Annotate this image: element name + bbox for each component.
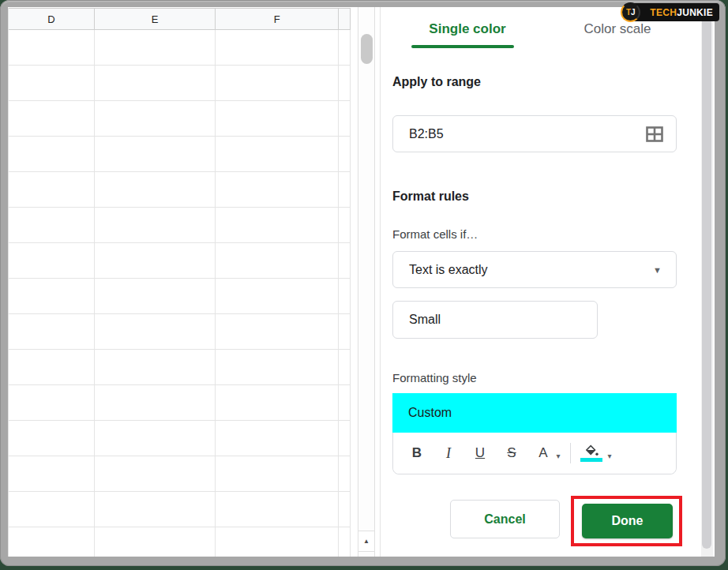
range-input[interactable] [393, 127, 646, 141]
sheet-cell[interactable] [339, 456, 351, 492]
text-color-button[interactable]: A [534, 445, 553, 461]
techjunkie-logo: TJ TECHJUNKIE [629, 3, 719, 21]
sheet-row [9, 527, 351, 557]
sheet-cell[interactable] [216, 314, 339, 350]
sheet-cell[interactable] [339, 314, 351, 350]
sheet-cell[interactable] [9, 208, 95, 243]
sheet-cell[interactable] [95, 279, 216, 314]
sheet-cell[interactable] [339, 101, 351, 137]
window-content: DEF ▲ Single color Color s [8, 7, 715, 557]
format-cells-if-label: Format cells if… [392, 227, 478, 241]
sheet-scroll-up-button[interactable]: ▲ [358, 531, 374, 552]
sheet-cell[interactable] [9, 456, 95, 492]
sheet-cell[interactable] [95, 492, 216, 527]
sheet-cell[interactable] [95, 385, 216, 421]
done-button[interactable]: Done [582, 504, 673, 538]
sheet-cell[interactable] [339, 385, 351, 421]
sheet-cell[interactable] [216, 208, 339, 243]
sheet-cell[interactable] [339, 243, 351, 279]
cancel-button[interactable]: Cancel [450, 500, 560, 538]
sheet-cell[interactable] [216, 456, 339, 492]
condition-value-input[interactable] [393, 313, 597, 327]
condition-dropdown[interactable]: Text is exactly ▼ [392, 251, 677, 288]
sheet-grid[interactable]: DEF [8, 8, 351, 557]
sheet-cell[interactable] [339, 421, 351, 456]
sheet-cell[interactable] [9, 30, 95, 66]
sheet-cell[interactable] [9, 101, 95, 137]
sheet-cell[interactable] [216, 492, 339, 527]
sheet-header-row: DEF [9, 8, 351, 30]
sheet-cell[interactable] [95, 208, 216, 243]
sheet-scrollbar-thumb[interactable] [361, 34, 373, 64]
bold-button[interactable]: B [407, 445, 426, 461]
sheet-cell[interactable] [9, 350, 95, 385]
sheet-cell[interactable] [339, 137, 351, 172]
sheet-vertical-scrollbar[interactable]: ▲ [358, 7, 375, 557]
sheet-row [9, 421, 351, 456]
sheet-cell[interactable] [216, 421, 339, 456]
sheet-cell[interactable] [95, 243, 216, 279]
sheet-cell[interactable] [216, 30, 339, 66]
sheet-row [9, 172, 351, 208]
sheet-cell[interactable] [9, 172, 95, 208]
column-header-stub[interactable] [339, 8, 351, 30]
sheet-cell[interactable] [95, 527, 216, 557]
sheet-cell[interactable] [95, 30, 216, 66]
toolbar-divider [570, 443, 571, 463]
sheet-cell[interactable] [216, 66, 339, 101]
sheet-cell[interactable] [95, 137, 216, 172]
sheet-row [9, 243, 351, 279]
sheet-cell[interactable] [95, 456, 216, 492]
sheet-cell[interactable] [9, 527, 95, 557]
underline-button[interactable]: U [471, 445, 490, 461]
sheet-cell[interactable] [95, 172, 216, 208]
sheet-cell[interactable] [9, 492, 95, 527]
strikethrough-button[interactable]: S [502, 445, 521, 461]
column-header-E[interactable]: E [95, 8, 216, 30]
sheet-cell[interactable] [9, 279, 95, 314]
sheet-cell[interactable] [216, 172, 339, 208]
logo-text-tech: TECH [650, 7, 677, 18]
range-select-grid-icon[interactable] [646, 126, 663, 142]
sheet-cell[interactable] [339, 492, 351, 527]
sheet-cell[interactable] [9, 421, 95, 456]
sheet-cell[interactable] [339, 279, 351, 314]
condition-value-box [392, 301, 598, 339]
sheet-cell[interactable] [9, 137, 95, 172]
sheet-cell[interactable] [216, 385, 339, 421]
sheet-cell[interactable] [95, 66, 216, 101]
fill-color-swatch [580, 458, 602, 462]
sheet-cell[interactable] [9, 243, 95, 279]
sheet-cell[interactable] [95, 101, 216, 137]
sheet-cell[interactable] [339, 66, 351, 101]
sheet-cell[interactable] [339, 350, 351, 385]
sheet-cell[interactable] [95, 421, 216, 456]
panel-vertical-scrollbar[interactable] [701, 7, 713, 557]
fill-color-caret-icon[interactable]: ▾ [604, 452, 615, 460]
column-header-D[interactable]: D [9, 8, 95, 30]
sheet-cell[interactable] [216, 350, 339, 385]
sheet-row [9, 385, 351, 421]
sheet-cell[interactable] [216, 243, 339, 279]
sheet-cell[interactable] [216, 101, 339, 137]
column-header-F[interactable]: F [216, 8, 339, 30]
text-color-caret-icon[interactable]: ▾ [553, 452, 564, 460]
sheet-cell[interactable] [339, 208, 351, 243]
sheet-cell[interactable] [95, 314, 216, 350]
sheet-cell[interactable] [339, 172, 351, 208]
sheet-cell[interactable] [216, 279, 339, 314]
sheet-cell[interactable] [339, 30, 351, 66]
sheet-cell[interactable] [9, 385, 95, 421]
panel-scrollbar-thumb[interactable] [702, 12, 711, 549]
sheet-cell[interactable] [216, 137, 339, 172]
italic-button[interactable]: I [439, 445, 458, 462]
active-tab-underline [411, 45, 514, 48]
tab-single-color[interactable]: Single color [392, 17, 542, 48]
sheet-cell[interactable] [9, 66, 95, 101]
sheet-cell[interactable] [339, 527, 351, 557]
sheet-cell[interactable] [95, 350, 216, 385]
sheet-cell[interactable] [216, 527, 339, 557]
fill-color-button[interactable] [580, 444, 602, 462]
sheet-cell[interactable] [9, 314, 95, 350]
tab-color-scale[interactable]: Color scale [542, 17, 692, 48]
